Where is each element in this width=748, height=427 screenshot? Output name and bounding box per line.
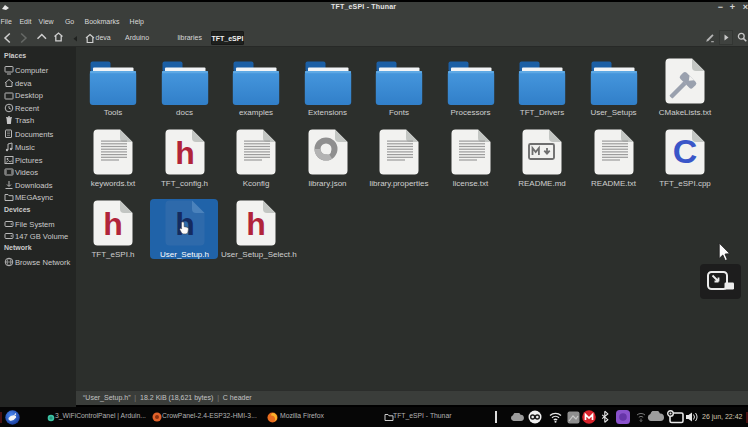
svg-text:C: C <box>673 132 698 170</box>
